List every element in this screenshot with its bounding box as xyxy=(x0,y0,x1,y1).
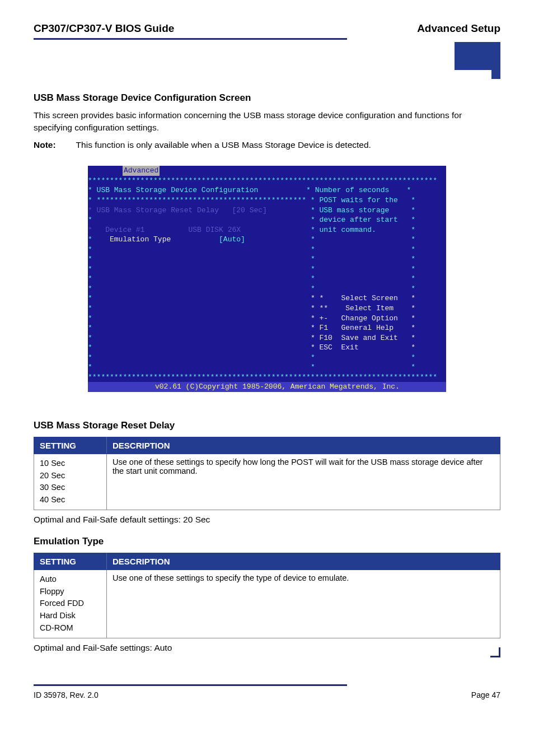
bios-title: * USB Mass Storage Device Configuration xyxy=(88,186,258,194)
th-setting: SETTING xyxy=(34,437,107,454)
bios-help-3: * device after start * xyxy=(311,216,415,224)
bios-blank: * xyxy=(88,274,92,283)
bios-blank: * xyxy=(88,324,92,332)
bios-blank: * xyxy=(88,314,92,323)
note-label: Note: xyxy=(34,140,56,150)
bios-border-bottom: ****************************************… xyxy=(88,373,437,381)
th-setting: SETTING xyxy=(34,553,107,570)
footer-id-rev: ID 35978, Rev. 2.0 xyxy=(34,690,99,699)
bios-blank: * * xyxy=(311,274,415,283)
bios-blank: * xyxy=(88,343,92,352)
bios-tab-advanced: Advanced xyxy=(123,166,160,176)
bios-blank: * xyxy=(88,304,92,312)
bios-blank: * xyxy=(88,255,92,263)
bios-blank: * * xyxy=(311,255,415,263)
section-title-config-screen: USB Mass Storage Device Configuration Sc… xyxy=(34,92,500,104)
header-rule xyxy=(34,38,347,40)
bios-nav-exit: * ESC Exit * xyxy=(311,343,415,352)
bios-blank: * xyxy=(88,363,92,371)
bios-blank: * xyxy=(88,353,92,362)
doc-header-left: CP307/CP307-V BIOS Guide xyxy=(34,22,174,35)
bios-blank: * * xyxy=(311,353,415,362)
bios-help-5: * * xyxy=(311,235,415,244)
table-reset-delay: SETTING DESCRIPTION 10 Sec 20 Sec 30 Sec… xyxy=(34,437,500,510)
bios-screenshot: Advanced *******************************… xyxy=(88,166,446,392)
bios-nav-select-screen: * * Select Screen * xyxy=(311,294,415,302)
table-emulation-type: SETTING DESCRIPTION Auto Floppy Forced F… xyxy=(34,553,500,638)
bios-blank: * xyxy=(88,294,92,302)
section-title-emulation-type: Emulation Type xyxy=(34,536,500,547)
bios-blank: * xyxy=(88,245,92,254)
bios-help-2: * USB mass storage * xyxy=(311,206,415,214)
bios-help-1: * Number of seconds * xyxy=(306,186,411,194)
section-title-reset-delay: USB Mass Storage Reset Delay xyxy=(34,420,500,431)
corner-decoration xyxy=(490,647,500,657)
emulation-default: Optimal and Fail-Safe settings: Auto xyxy=(34,643,500,653)
td-reset-delay-desc: Use one of these settings to specify how… xyxy=(107,454,500,510)
td-emulation-desc: Use one of these settings to specify the… xyxy=(107,570,500,638)
bios-blank: * * xyxy=(311,265,415,273)
bios-blank: * xyxy=(88,265,92,273)
brand-logo xyxy=(455,42,500,70)
bios-reset-delay: * USB Mass Storage Reset Delay [20 Sec] xyxy=(88,206,267,214)
bios-nav-change-option: * +- Change Option * xyxy=(311,314,415,323)
bios-border: ****************************************… xyxy=(88,176,437,185)
bios-blank: * xyxy=(88,216,92,224)
section-paragraph: This screen provides basic information c… xyxy=(34,109,500,133)
bios-help-4: * unit command. * xyxy=(311,226,415,234)
footer-page-number: Page 47 xyxy=(471,690,500,699)
note-text: This function is only available when a U… xyxy=(76,140,371,150)
reset-delay-default: Optimal and Fail-Safe default settings: … xyxy=(34,515,500,525)
td-reset-delay-settings: 10 Sec 20 Sec 30 Sec 40 Sec xyxy=(34,454,107,510)
doc-header-right: Advanced Setup xyxy=(417,22,500,35)
bios-copyright: v02.61 (C)Copyright 1985-2006, American … xyxy=(88,382,446,392)
bios-blank: * xyxy=(88,284,92,293)
bios-nav-general-help: * F1 General Help * xyxy=(311,324,415,332)
th-description: DESCRIPTION xyxy=(107,553,500,570)
td-emulation-settings: Auto Floppy Forced FDD Hard Disk CD-ROM xyxy=(34,570,107,638)
th-description: DESCRIPTION xyxy=(107,437,500,454)
footer-rule xyxy=(34,684,347,686)
bios-blank: * xyxy=(88,334,92,342)
bios-blank: * * xyxy=(311,245,415,254)
bios-blank: * * xyxy=(311,363,415,371)
bios-nav-select-item: * ** Select Item * xyxy=(311,304,415,312)
bios-nav-save-exit: * F10 Save and Exit * xyxy=(311,334,415,342)
bios-subborder: * **************************************… xyxy=(88,196,415,204)
bios-blank: * * xyxy=(311,284,415,293)
bios-device: * Device #1 USB DISK 26X xyxy=(88,226,241,234)
